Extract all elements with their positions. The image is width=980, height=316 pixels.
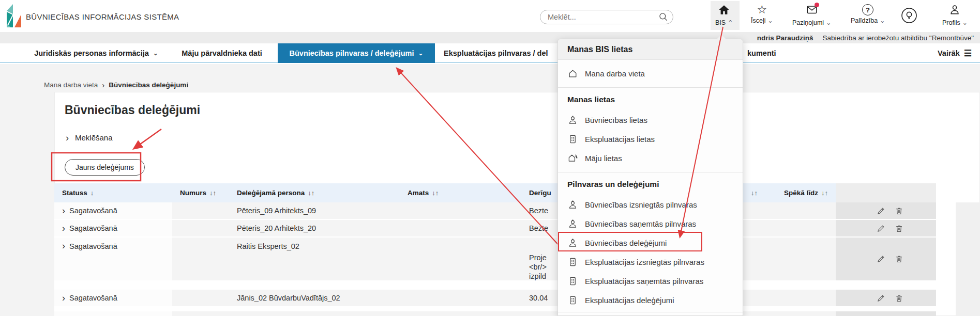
- status-value: Sagatavošanā: [69, 207, 117, 215]
- menu-item-buvniecibas-izsniegtas-pilnvaras[interactable]: Būvniecības izsniegtās pilnvaras: [558, 195, 743, 214]
- dropdown-section-title: Manas lietas: [558, 88, 743, 110]
- notification-dot: [815, 3, 819, 7]
- more-tabs-button[interactable]: Vairāk ☰: [938, 43, 972, 63]
- chevron-down-icon: ⌄: [153, 51, 158, 55]
- table-row[interactable]: ›Sagatavošanā Pēteris_20 Arhitekts_20 Be…: [54, 220, 936, 238]
- menu-item-buvniecibas-lietas[interactable]: Būvniecības lietas: [558, 110, 743, 130]
- breadcrumb-current: Būvniecības deleģējumi: [109, 81, 188, 89]
- tab-juridiskas-personas-informacija[interactable]: Juridiskās personas informācija ⌄: [26, 43, 167, 63]
- persona-value: Pēteris_09 Arhitekts_09: [229, 202, 400, 220]
- help-icon: ?: [862, 4, 873, 15]
- menu-item-buvniecibas-sanemtas-pilnvaras[interactable]: Būvniecības saņemtās pilnvaras: [558, 214, 743, 233]
- nav-profile-button[interactable]: Profils⌄: [942, 4, 968, 26]
- menu-item-ekspluatacijas-izsniegtas-pilnvaras[interactable]: Ekspluatācijas izsniegtās pilnvaras: [558, 252, 743, 272]
- sort-icon[interactable]: ↓↑: [821, 189, 828, 197]
- tab-dokumenti-partial[interactable]: kumenti: [747, 43, 776, 63]
- col-header-numurs[interactable]: Numurs↓↑: [172, 183, 229, 202]
- expand-chevron-icon[interactable]: ›: [62, 294, 65, 302]
- persona-value: Jānis_02 BūvdarbuVadītājs_02: [229, 290, 400, 307]
- tab-ekspluatacijas-pilnvaras[interactable]: Ekspluatācijas pilnvaras / del: [444, 43, 548, 63]
- table-row[interactable]: [54, 311, 936, 316]
- building-icon: [567, 276, 578, 286]
- col-header-actions: [836, 183, 936, 202]
- worker-icon: [567, 219, 578, 229]
- menu-item-buvniecibas-delegejumi[interactable]: Būvniecības deleģējumi: [558, 233, 743, 252]
- breadcrumb: Mana darba vieta › Būvniecības deleģējum…: [44, 81, 188, 89]
- sort-icon[interactable]: ↓↑: [209, 189, 216, 197]
- user-name: ndris Paraudziņš: [757, 34, 813, 42]
- search-expander[interactable]: › Meklēšana: [66, 133, 113, 142]
- sort-icon[interactable]: ↓↑: [308, 189, 314, 197]
- search-input[interactable]: [540, 10, 673, 24]
- expand-chevron-icon[interactable]: ›: [62, 242, 65, 249]
- menu-item-ekspluatacijas-lietas[interactable]: Ekspluatācijas lietas: [558, 130, 743, 149]
- expand-chevron-icon[interactable]: ›: [62, 207, 65, 214]
- edit-icon[interactable]: [877, 207, 885, 215]
- tab-label: Juridiskās personas informācija: [34, 49, 149, 57]
- status-value: Sagatavošanā: [69, 294, 117, 302]
- table-row[interactable]: ›Sagatavošanā Pēteris_09 Arhitekts_09 Be…: [54, 202, 936, 220]
- main-tab-bar: Juridiskās personas informācija ⌄ Māju p…: [0, 43, 980, 63]
- dropdown-title: Manas BIS lietas: [558, 39, 743, 60]
- expand-chevron-icon[interactable]: ›: [62, 225, 65, 232]
- top-header: BŪVNIECĪBAS INFORMĀCIJAS SISTĒMA BIS⌃ ☆ …: [0, 0, 980, 32]
- menu-item-mana-darba-vieta[interactable]: Mana darba vieta: [558, 64, 743, 83]
- menu-item-label: Ekspluatācijas saņemtās pilnvaras: [585, 277, 703, 286]
- tab-label: Māju pārvaldnieka dati: [182, 49, 262, 57]
- edit-icon[interactable]: [877, 255, 885, 263]
- nav-bis-label: BIS: [715, 19, 726, 26]
- breadcrumb-home-link[interactable]: Mana darba vieta: [44, 81, 98, 89]
- col-header-speka-lidz[interactable]: Spēkā līdz↓↑: [770, 183, 836, 202]
- bis-dropdown-menu: Manas BIS lietas Mana darba vieta Manas …: [557, 39, 743, 316]
- delete-icon[interactable]: [895, 224, 903, 233]
- delete-icon[interactable]: [895, 207, 903, 215]
- right-edge-strip: [956, 202, 980, 316]
- tab-label: Ekspluatācijas pilnvaras / del: [444, 49, 548, 57]
- table-row[interactable]: ›Sagatavošanā Jānis_02 BūvdarbuVadītājs_…: [54, 290, 936, 307]
- worker-icon: [567, 238, 578, 248]
- nav-idea-button[interactable]: [901, 7, 917, 26]
- nav-bis-button[interactable]: BIS⌃: [715, 4, 733, 26]
- chevron-right-icon: ›: [102, 82, 104, 89]
- menu-item-label: Mana darba vieta: [585, 69, 645, 78]
- menu-item-ekspluatacijas-delegejumi[interactable]: Ekspluatācijas deleģējumi: [558, 291, 743, 310]
- nav-shortcuts-button[interactable]: ☆ Īsceļi⌄: [751, 4, 773, 24]
- table-row[interactable]: ›Sagatavošanā Raitis Eksperts_02 Proje <…: [54, 238, 936, 281]
- sort-icon[interactable]: ↓↑: [432, 189, 439, 197]
- envelope-icon: [806, 4, 818, 18]
- star-icon: ☆: [757, 4, 767, 15]
- sort-icon[interactable]: ↓↑: [751, 189, 758, 197]
- person-icon: [949, 4, 960, 18]
- sort-icon[interactable]: ↓: [91, 189, 94, 197]
- lightbulb-icon: [901, 7, 917, 26]
- tab-label: kumenti: [747, 49, 776, 57]
- nav-help-button[interactable]: ? Palīdzība⌄: [851, 4, 885, 24]
- persona-value: Pēteris_20 Arhitekts_20: [229, 220, 400, 238]
- delete-icon[interactable]: [895, 255, 903, 263]
- tab-buvniecibas-pilnvaras-delegejumi[interactable]: Būvniecības pilnvaras / deleģējumi ⌄: [278, 43, 435, 63]
- col-header-statuss[interactable]: Statuss↓: [54, 183, 172, 202]
- menu-item-label: Ekspluatācijas lietas: [585, 135, 655, 144]
- dropdown-notch: [717, 35, 726, 39]
- nav-profile-label: Profils: [942, 19, 960, 26]
- edit-icon[interactable]: [877, 224, 885, 233]
- bis-logo: [5, 4, 23, 30]
- home-icon: [718, 4, 730, 18]
- menu-item-ekspluatacijas-sanemtas-pilnvaras[interactable]: Ekspluatācijas saņemtās pilnvaras: [558, 272, 743, 291]
- delete-icon[interactable]: [895, 294, 903, 303]
- chevron-down-icon: ⌄: [826, 21, 831, 25]
- menu-item-label: Būvniecības saņemtās pilnvaras: [585, 219, 696, 228]
- menu-item-maju-lietas[interactable]: Māju lietas: [558, 149, 743, 168]
- search-expander-label: Meklēšana: [75, 133, 113, 142]
- menu-item-label: Ekspluatācijas izsniegtās pilnvaras: [585, 258, 704, 266]
- col-header-amats[interactable]: Amats↓↑: [400, 183, 521, 202]
- col-header-delegejama-persona[interactable]: Deleģējamā persona↓↑: [229, 183, 400, 202]
- new-delegation-button[interactable]: Jauns deleģējums: [65, 159, 145, 176]
- tab-maju-parvaldnieka-dati[interactable]: Māju pārvaldnieka dati: [176, 43, 268, 63]
- nav-notifications-button[interactable]: Paziņojumi⌄: [792, 4, 831, 26]
- search-icon[interactable]: [658, 12, 669, 24]
- status-value: Sagatavošanā: [69, 224, 117, 232]
- worker-icon: [567, 115, 578, 125]
- chevron-down-icon: ⌄: [962, 21, 968, 25]
- edit-icon[interactable]: [877, 294, 885, 303]
